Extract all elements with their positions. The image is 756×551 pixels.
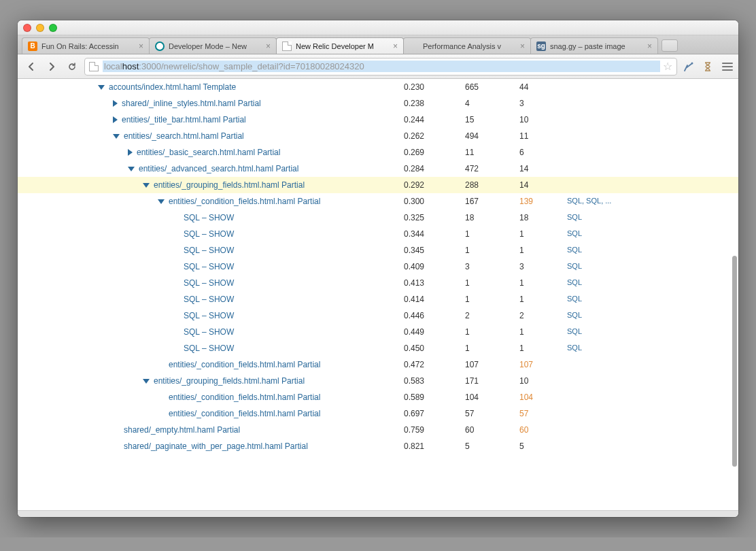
duration-cell: 3 — [460, 258, 514, 275]
browser-tab[interactable]: New Relic Developer M× — [276, 37, 404, 54]
link-cell — [562, 177, 738, 193]
bookmark-star-icon[interactable]: ☆ — [663, 60, 672, 73]
collapse-toggle-icon[interactable] — [143, 379, 150, 384]
tab-close-icon[interactable]: × — [393, 41, 398, 51]
trace-name-link[interactable]: shared/_paginate_with_per_page.html.haml… — [124, 441, 308, 451]
trace-name-link[interactable]: entities/_grouping_fields.html.haml Part… — [154, 376, 305, 386]
sql-detail-link[interactable]: SQL — [567, 311, 582, 319]
tab-close-icon[interactable]: × — [139, 41, 143, 51]
trace-name-link[interactable]: entities/_title_bar.html.haml Partial — [122, 115, 246, 124]
collapse-toggle-icon[interactable] — [98, 85, 105, 90]
browser-tab[interactable]: Performance Analysis v× — [403, 37, 531, 54]
bottom-scrollbar[interactable] — [18, 510, 738, 517]
trace-name-link[interactable]: SQL – SHOW — [184, 344, 234, 353]
trace-name-link[interactable]: SQL – SHOW — [184, 213, 234, 222]
sql-detail-link[interactable]: SQL — [567, 295, 582, 303]
duration-cell: 494 — [460, 128, 514, 144]
tab-close-icon[interactable]: × — [520, 41, 525, 51]
trace-name-link[interactable]: entities/_grouping_fields.html.haml Part… — [154, 180, 305, 190]
url-host-muted: local — [104, 61, 122, 71]
trace-name-link[interactable]: SQL – SHOW — [184, 278, 234, 288]
trace-name-link[interactable]: SQL – SHOW — [184, 295, 234, 304]
reload-button[interactable] — [64, 59, 80, 74]
sql-detail-link[interactable]: SQL, SQL, ... — [567, 197, 611, 205]
duration-cell: 4 — [460, 95, 514, 112]
exclusive-cell: 18 — [514, 210, 562, 226]
trace-row: entities/_condition_fields.html.haml Par… — [18, 193, 738, 210]
timestamp-cell: 0.244 — [398, 112, 460, 128]
url-bar[interactable]: localhost:3000/newrelic/show_sample_deta… — [84, 58, 677, 76]
link-cell — [562, 161, 738, 177]
exclusive-cell: 104 — [514, 389, 562, 405]
window-maximize-button[interactable] — [49, 24, 57, 32]
trace-name-link[interactable]: SQL – SHOW — [184, 246, 234, 255]
timestamp-cell: 0.583 — [398, 373, 460, 389]
trace-name-link[interactable]: entities/_condition_fields.html.haml Par… — [169, 393, 320, 402]
expand-toggle-icon[interactable] — [128, 149, 133, 156]
link-cell: SQL — [562, 291, 738, 307]
url-host-main: host — [122, 61, 139, 71]
trace-name-link[interactable]: SQL – SHOW — [184, 262, 234, 271]
window-close-button[interactable] — [23, 24, 31, 32]
timestamp-cell: 0.697 — [398, 405, 460, 422]
collapse-toggle-icon[interactable] — [143, 183, 150, 188]
back-button[interactable] — [23, 59, 39, 74]
tab-close-icon[interactable]: × — [266, 41, 271, 51]
trace-name-link[interactable]: SQL – SHOW — [184, 229, 234, 239]
exclusive-cell: 10 — [514, 112, 562, 128]
duration-cell: 1 — [460, 340, 514, 356]
trace-name-link[interactable]: SQL – SHOW — [184, 327, 234, 337]
tab-close-icon[interactable]: × — [647, 41, 652, 51]
svg-point-0 — [691, 62, 693, 64]
trace-name-link[interactable]: entities/_condition_fields.html.haml Par… — [169, 409, 320, 418]
collapse-toggle-icon[interactable] — [158, 199, 165, 204]
no-toggle-spacer — [158, 410, 165, 417]
duration-cell: 104 — [460, 389, 514, 405]
tab-title: Performance Analysis v — [423, 42, 516, 50]
expand-toggle-icon[interactable] — [113, 100, 118, 107]
new-tab-button[interactable] — [662, 39, 678, 52]
browser-tab[interactable]: Developer Mode – New× — [149, 37, 277, 54]
collapse-toggle-icon[interactable] — [128, 167, 135, 171]
duration-cell: 1 — [460, 275, 514, 291]
trace-name-link[interactable]: entities/_basic_search.html.haml Partial — [137, 148, 280, 157]
trace-name-link[interactable]: entities/_advanced_search.html.haml Part… — [139, 164, 298, 173]
extension-hourglass-icon[interactable] — [700, 59, 715, 74]
sql-detail-link[interactable]: SQL — [567, 213, 582, 221]
exclusive-cell: 11 — [514, 128, 562, 144]
timestamp-cell: 0.325 — [398, 210, 460, 226]
trace-name-link[interactable]: entities/_search.html.haml Partial — [124, 131, 244, 141]
extension-picker-icon[interactable] — [681, 59, 696, 74]
tab-strip: BFun On Rails: Accessin×Developer Mode –… — [18, 35, 738, 54]
sql-detail-link[interactable]: SQL — [567, 262, 582, 270]
trace-name-link[interactable]: entities/_condition_fields.html.haml Par… — [169, 197, 320, 206]
browser-tab[interactable]: BFun On Rails: Accessin× — [22, 37, 150, 54]
duration-cell: 171 — [460, 373, 514, 389]
sql-detail-link[interactable]: SQL — [567, 278, 582, 286]
sql-detail-link[interactable]: SQL — [567, 344, 582, 352]
trace-row: entities/_advanced_search.html.haml Part… — [18, 161, 738, 177]
trace-name-link[interactable]: entities/_condition_fields.html.haml Par… — [169, 360, 320, 369]
duration-cell: 1 — [460, 324, 514, 340]
forward-button[interactable] — [44, 59, 60, 74]
trace-name-link[interactable]: shared/_inline_styles.html.haml Partial — [122, 99, 261, 108]
menu-button[interactable] — [722, 63, 733, 71]
window-minimize-button[interactable] — [36, 24, 44, 32]
no-toggle-spacer — [113, 427, 120, 433]
scrollbar-thumb[interactable] — [732, 256, 737, 467]
collapse-toggle-icon[interactable] — [113, 134, 120, 139]
trace-name-link[interactable]: accounts/index.html.haml Template — [109, 82, 236, 92]
expand-toggle-icon[interactable] — [113, 116, 118, 123]
sql-detail-link[interactable]: SQL — [567, 246, 582, 254]
exclusive-cell: 57 — [514, 405, 562, 422]
sql-detail-link[interactable]: SQL — [567, 327, 582, 335]
duration-cell: 167 — [460, 193, 514, 210]
title-bar — [18, 20, 738, 35]
browser-tab[interactable]: sgsnag.gy – paste image× — [530, 37, 658, 54]
trace-name-link[interactable]: shared/_empty.html.haml Partial — [124, 425, 240, 435]
sql-detail-link[interactable]: SQL — [567, 229, 582, 237]
duration-cell: 665 — [460, 79, 514, 95]
timestamp-cell: 0.759 — [398, 422, 460, 438]
page-favicon-icon — [282, 41, 292, 51]
trace-name-link[interactable]: SQL – SHOW — [184, 311, 234, 320]
